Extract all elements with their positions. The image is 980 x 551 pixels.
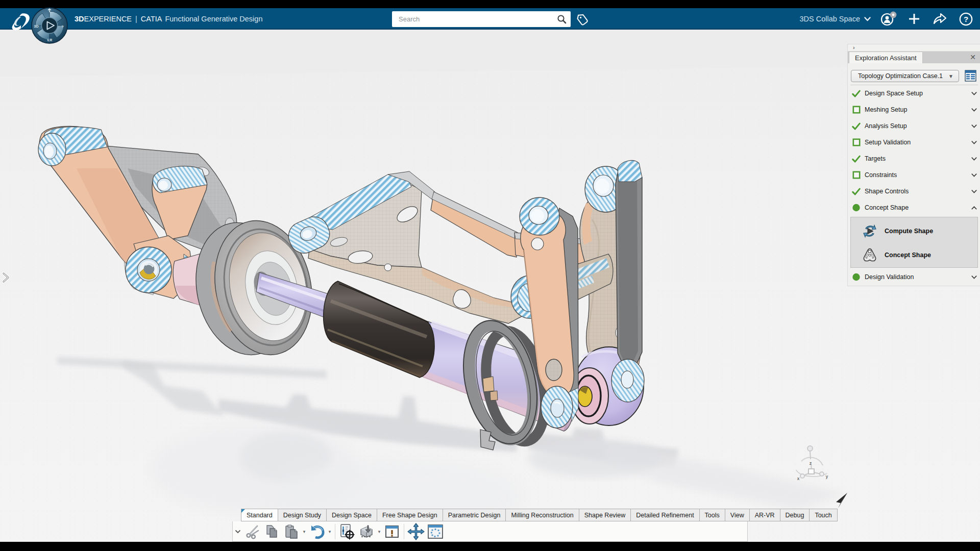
bottom-tab-design-study[interactable]: Design Study xyxy=(278,509,326,521)
assistant-step-shape-controls[interactable]: Shape Controls xyxy=(848,183,980,199)
bottom-tab-debug[interactable]: Debug xyxy=(780,509,810,521)
assistant-step-meshing-setup[interactable]: Meshing Setup xyxy=(848,102,980,118)
case-table-icon xyxy=(965,70,976,82)
undo-icon xyxy=(309,524,325,539)
axis-y-label: y xyxy=(826,474,828,479)
check-icon xyxy=(852,122,861,131)
dassault-systemes-logo[interactable] xyxy=(9,11,33,35)
collab-space-selector[interactable]: 3DS Collab Space xyxy=(800,15,871,23)
action-bar-tools: ▾ ▾ xyxy=(232,521,748,542)
compute-shape-icon xyxy=(862,223,877,239)
bottom-tab-view[interactable]: View xyxy=(725,509,749,521)
axis-x-label: x xyxy=(797,476,800,481)
panel-collapse-chevron-icon: › xyxy=(853,44,855,51)
bottom-tab-detailed-refinement[interactable]: Detailed Refinement xyxy=(630,509,699,521)
global-search xyxy=(392,11,571,27)
active-tab-fold-marker xyxy=(241,509,245,513)
panel-close-button[interactable]: ✕ xyxy=(969,53,977,61)
subaction-concept-shape[interactable]: Concept Shape xyxy=(851,243,977,267)
insert-block-icon xyxy=(358,523,375,540)
case-table-button[interactable] xyxy=(964,70,976,82)
subaction-compute-shape[interactable]: Compute Shape xyxy=(851,219,977,243)
paste-options-dropdown[interactable]: ▾ xyxy=(301,522,307,541)
selection-window-icon xyxy=(427,523,444,540)
bottom-tab-standard[interactable]: Standard xyxy=(241,509,278,521)
assistant-steps: Design Space Setup Meshing Setup Analysi… xyxy=(848,85,980,285)
window-bottom-strip xyxy=(0,542,980,551)
assistant-step-targets[interactable]: Targets xyxy=(848,151,980,167)
panel-title: Exploration Assistant xyxy=(855,54,917,62)
chevron-down-icon xyxy=(971,173,977,177)
chevron-right-icon xyxy=(2,271,11,284)
bottom-tab-design-space[interactable]: Design Space xyxy=(326,509,377,521)
case-dropdown-value: Topology Optimization Case.1 xyxy=(851,72,948,80)
viewport-3d[interactable]: z x y xyxy=(0,30,980,542)
tag-button[interactable] xyxy=(576,13,590,26)
selection-window-button[interactable] xyxy=(426,522,445,541)
check-icon xyxy=(852,155,861,163)
bottom-tab-touch[interactable]: Touch xyxy=(809,509,837,521)
brand-experience: EXPERIENCE xyxy=(84,15,132,23)
add-button[interactable] xyxy=(906,9,922,29)
bottom-tab-tools[interactable]: Tools xyxy=(699,509,725,521)
left-flyout-expander[interactable] xyxy=(1,271,11,285)
assistant-step-design-validation[interactable]: Design Validation xyxy=(848,269,980,285)
3d-model-suspension-assembly[interactable]: z x y xyxy=(0,30,980,542)
bottom-tab-free-shape-design[interactable]: Free Shape Design xyxy=(377,509,443,521)
compass-vr-label: V.R xyxy=(47,38,53,42)
move-button[interactable] xyxy=(406,522,426,541)
insert-block-button[interactable] xyxy=(357,522,376,541)
concept-shape-icon xyxy=(862,247,877,263)
assistant-step-concept-shape[interactable]: Concept Shape xyxy=(848,199,980,216)
chevron-down-icon xyxy=(971,124,977,128)
bottom-tab-parametric-design[interactable]: Parametric Design xyxy=(443,509,506,521)
compass-i2-label: i² xyxy=(62,24,64,28)
panel-body: Topology Optimization Case.1 ▼ xyxy=(847,63,980,286)
search-button[interactable] xyxy=(552,11,571,27)
compass-3d-label: 3D xyxy=(34,24,39,28)
dropdown-arrow-icon: ▼ xyxy=(948,73,959,79)
move-icon xyxy=(407,523,425,540)
case-dropdown[interactable]: Topology Optimization Case.1 ▼ xyxy=(851,70,959,82)
svg-text:?: ? xyxy=(963,15,968,23)
update-parameters-button[interactable] xyxy=(337,522,357,541)
toolbar-expander-button[interactable] xyxy=(233,522,243,541)
chevron-down-icon xyxy=(235,530,241,534)
product-name: CATIA xyxy=(141,15,162,23)
bottom-tab-milling-reconstruction[interactable]: Milling Reconstruction xyxy=(505,509,578,521)
concept-shape-subpanel: Compute Shape Concept Shape xyxy=(850,217,978,268)
circle-icon xyxy=(852,203,861,212)
assistant-step-setup-validation[interactable]: Setup Validation xyxy=(848,134,980,151)
undo-options-dropdown[interactable]: ▾ xyxy=(327,522,333,541)
undo-button[interactable] xyxy=(307,522,327,541)
help-button[interactable]: ? xyxy=(958,9,974,29)
app-title: 3DEXPERIENCE | CATIA Functional Generati… xyxy=(75,8,262,30)
copy-button[interactable] xyxy=(262,522,282,541)
share-button[interactable] xyxy=(931,9,948,29)
app-name: Functional Generative Design xyxy=(165,15,262,23)
assistant-step-analysis-setup[interactable]: Analysis Setup xyxy=(848,118,980,134)
paste-button[interactable] xyxy=(282,522,301,541)
bottom-tab-ar-vr[interactable]: AR-VR xyxy=(749,509,780,521)
user-icon xyxy=(880,11,897,27)
assistant-step-design-space-setup[interactable]: Design Space Setup xyxy=(848,85,980,102)
share-icon xyxy=(932,12,947,26)
exploration-assistant-panel: › Exploration Assistant ✕ Topology Optim… xyxy=(847,44,980,286)
cut-button[interactable] xyxy=(243,522,262,541)
chevron-down-icon xyxy=(971,141,977,144)
chevron-down-icon xyxy=(864,17,871,21)
circle-icon xyxy=(852,272,861,282)
check-icon xyxy=(852,187,861,196)
search-input[interactable] xyxy=(392,15,552,23)
bottom-tab-shape-review[interactable]: Shape Review xyxy=(579,509,631,521)
copy-icon xyxy=(264,524,280,539)
insert-options-dropdown[interactable]: ▾ xyxy=(376,522,382,541)
assistant-step-constraints[interactable]: Constraints xyxy=(848,167,980,183)
warning-window-button[interactable] xyxy=(382,522,402,541)
user-account-button[interactable] xyxy=(880,9,897,29)
add-icon xyxy=(908,13,920,25)
panel-collapse-bar[interactable]: › xyxy=(847,44,980,52)
tab-exploration-assistant[interactable]: Exploration Assistant xyxy=(849,52,923,63)
compass-icon[interactable]: 3D i² V.R xyxy=(31,7,68,44)
chevron-down-icon xyxy=(971,157,977,161)
